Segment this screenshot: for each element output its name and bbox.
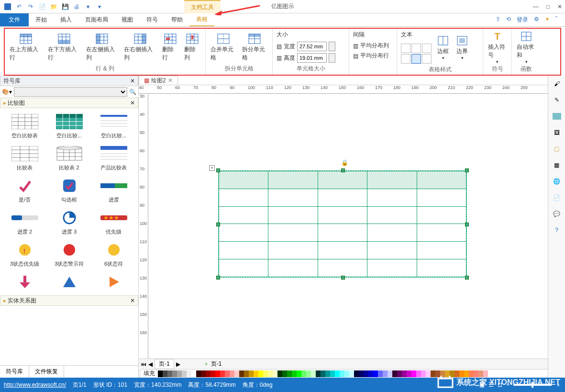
- color-swatch[interactable]: [306, 370, 311, 377]
- align-ml[interactable]: [401, 54, 410, 64]
- shape-progress[interactable]: 进度: [92, 175, 135, 205]
- color-swatch[interactable]: [311, 370, 316, 377]
- page-tab-1[interactable]: 页-1: [155, 359, 174, 369]
- color-swatch[interactable]: [383, 370, 388, 377]
- autosum-button[interactable]: 自动求和▾: [514, 30, 539, 65]
- shape-yesno[interactable]: 是/否: [3, 175, 46, 205]
- color-swatch[interactable]: [325, 370, 330, 377]
- color-swatch[interactable]: [426, 370, 431, 377]
- color-swatch[interactable]: [297, 370, 301, 377]
- height-spinner[interactable]: [329, 53, 335, 63]
- insert-symbol-button[interactable]: T 插入符号▾: [485, 30, 510, 65]
- layer-icon[interactable]: ▢: [552, 144, 562, 154]
- undo-icon[interactable]: ↶: [15, 3, 23, 11]
- close-icon[interactable]: ✕: [557, 3, 562, 10]
- add-page-icon[interactable]: ＋: [203, 360, 209, 368]
- tab-symbol[interactable]: 符号: [140, 13, 165, 26]
- color-swatch[interactable]: [316, 370, 321, 377]
- print-icon[interactable]: 🖨: [73, 3, 80, 11]
- color-swatch[interactable]: [273, 370, 277, 377]
- color-swatch[interactable]: [210, 370, 215, 377]
- doc-tab-1[interactable]: ▦绘图2✕: [139, 76, 178, 85]
- share-icon[interactable]: ⟲: [506, 16, 511, 24]
- color-swatch[interactable]: [349, 370, 354, 377]
- color-swatch[interactable]: [335, 370, 340, 377]
- shape-priority[interactable]: ★★★优先级: [92, 207, 135, 237]
- color-swatch[interactable]: [330, 370, 335, 377]
- color-swatch[interactable]: [263, 370, 268, 377]
- pen-icon[interactable]: ✎: [552, 95, 562, 105]
- shape-blank-table-1[interactable]: 空白比较表: [3, 111, 46, 141]
- lib-select[interactable]: [14, 87, 127, 97]
- color-swatch[interactable]: [301, 370, 306, 377]
- tab-layout[interactable]: 页面布局: [78, 13, 115, 26]
- tab-insert[interactable]: 插入: [54, 13, 78, 26]
- move-handle-icon[interactable]: +: [209, 165, 215, 171]
- bottom-tab-symbols[interactable]: 符号库: [0, 366, 29, 378]
- brush-icon[interactable]: 🖌: [552, 78, 562, 89]
- shape-6state[interactable]: 6状态符: [92, 239, 135, 269]
- split-cells-button[interactable]: 拆分单元格: [239, 32, 271, 63]
- color-swatch[interactable]: [392, 370, 397, 377]
- color-swatch[interactable]: [167, 370, 172, 377]
- shape-progress-3[interactable]: 进度 3: [47, 207, 91, 237]
- puzzle-icon[interactable]: ✦: [545, 16, 550, 24]
- tab-table[interactable]: 表格: [189, 13, 214, 26]
- save-icon[interactable]: 💾: [61, 3, 69, 11]
- image-icon[interactable]: 🖼: [552, 127, 562, 138]
- search-icon[interactable]: 🔍: [129, 89, 136, 95]
- color-swatch[interactable]: [359, 370, 364, 377]
- table-shape[interactable]: 🔒 +: [218, 170, 467, 278]
- color-swatch[interactable]: [397, 370, 402, 377]
- shape-product-compare[interactable]: 产品比较表: [92, 143, 135, 173]
- color-swatch[interactable]: [268, 370, 273, 377]
- shape-compare-2[interactable]: 比较表 2: [47, 143, 91, 173]
- distribute-cols-button[interactable]: ▥平均分布列: [353, 42, 393, 50]
- login-link[interactable]: 登录: [517, 16, 528, 24]
- lib-palette-icon[interactable]: 🎨▾: [2, 89, 12, 95]
- color-swatch[interactable]: [411, 370, 416, 377]
- shape-progress-2[interactable]: 进度 2: [3, 207, 46, 237]
- fill-tool-icon[interactable]: [552, 111, 562, 122]
- shape-checkbox[interactable]: 勾选框: [47, 175, 91, 205]
- comment-icon[interactable]: 💬: [552, 209, 562, 219]
- margin-button[interactable]: 边界▾: [453, 34, 472, 61]
- help-icon[interactable]: ?: [552, 225, 562, 235]
- color-swatch[interactable]: [364, 370, 368, 377]
- grid-icon[interactable]: ▦: [552, 160, 562, 170]
- app-icon[interactable]: [4, 3, 11, 11]
- color-swatch[interactable]: [321, 370, 325, 377]
- color-swatch[interactable]: [254, 370, 258, 377]
- tab-help[interactable]: 帮助: [165, 13, 189, 26]
- color-swatch[interactable]: [287, 370, 292, 377]
- export-pdf-icon[interactable]: ⇪: [496, 16, 500, 24]
- distribute-rows-button[interactable]: ▤平均分布行: [353, 52, 393, 60]
- color-swatch[interactable]: [344, 370, 349, 377]
- color-swatch[interactable]: [431, 370, 435, 377]
- shape-triangle[interactable]: [47, 271, 91, 292]
- insert-col-left-button[interactable]: 在左侧插入列: [83, 32, 122, 63]
- color-swatch[interactable]: [182, 370, 187, 377]
- color-swatch[interactable]: [177, 370, 182, 377]
- shape-3state-priority[interactable]: !3状态优先级: [3, 239, 46, 269]
- color-swatch[interactable]: [277, 370, 282, 377]
- minimize-icon[interactable]: —: [533, 3, 539, 10]
- entity-category-header[interactable]: ▸ 实体关系图 ✕: [0, 295, 138, 306]
- color-swatch[interactable]: [201, 370, 206, 377]
- align-tc[interactable]: [411, 44, 421, 53]
- redo-icon[interactable]: ↷: [27, 3, 34, 11]
- close-doc-icon[interactable]: ✕: [168, 77, 173, 84]
- color-swatch[interactable]: [402, 370, 407, 377]
- color-swatch[interactable]: [196, 370, 201, 377]
- close-cat-icon[interactable]: ✕: [130, 100, 135, 106]
- close-cat-icon[interactable]: ✕: [130, 297, 135, 304]
- page-nav-prev[interactable]: ◀: [148, 361, 153, 368]
- collapse-ribbon-icon[interactable]: ˆ: [555, 16, 557, 24]
- status-url[interactable]: http://www.edrawsoft.cn/: [4, 381, 66, 388]
- export-icon[interactable]: ▾: [84, 3, 92, 11]
- align-mc[interactable]: [411, 54, 421, 64]
- open-icon[interactable]: 📁: [50, 3, 57, 11]
- color-swatch[interactable]: [388, 370, 392, 377]
- color-swatch[interactable]: [340, 370, 344, 377]
- color-swatch[interactable]: [378, 370, 383, 377]
